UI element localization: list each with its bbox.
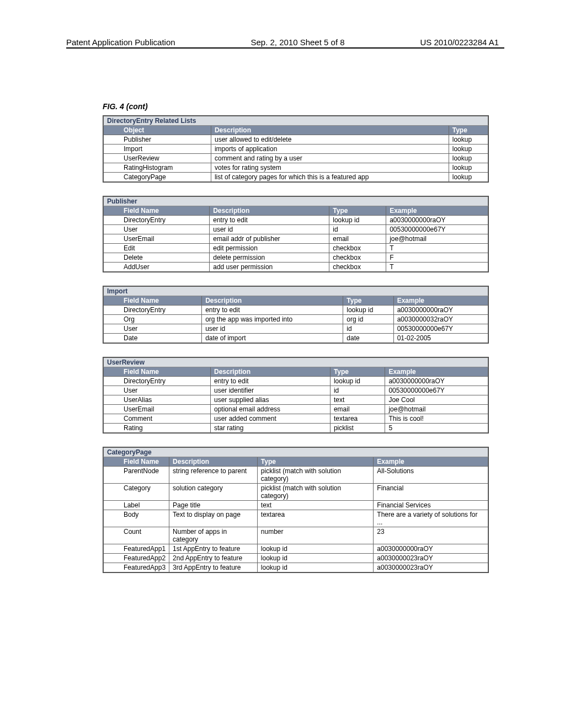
table-section: DirectoryEntry Related Lists [104, 116, 488, 126]
table-row: Datedate of importdate01-02-2005 [104, 334, 488, 343]
table-row: UserEmailemail addr of publisheremailjoe… [104, 234, 488, 244]
col-object: Object [104, 126, 211, 135]
table-directoryentry-related-lists: DirectoryEntry Related Lists Object Desc… [103, 115, 489, 183]
col-field-name: Field Name [104, 367, 211, 377]
table-row: Useruser idid00530000000e67Y [104, 225, 488, 234]
col-description: Description [210, 206, 329, 216]
table-row: FeaturedApp11st AppEntry to featurelooku… [104, 544, 488, 554]
table-section: Publisher [104, 197, 488, 206]
col-description: Description [211, 126, 449, 135]
col-field-name: Field Name [104, 296, 202, 306]
col-description: Description [211, 367, 331, 377]
table-categorypage: CategoryPage Field Name Description Type… [103, 447, 489, 573]
table-row: FeaturedApp22nd AppEntry to featurelooku… [104, 554, 488, 563]
table-row: DirectoryEntryentry to editlookup ida003… [104, 306, 488, 315]
figure-label: FIG. 4 (cont) [103, 102, 489, 111]
table-row: ParentNodestring reference to parentpick… [104, 467, 488, 484]
col-example: Example [393, 296, 488, 306]
page-header: Patent Application Publication Sep. 2, 2… [66, 38, 499, 47]
table-row: RatingHistogramvotes for rating systemlo… [104, 163, 488, 173]
table-row: BodyText to display on pagetextareaThere… [104, 510, 488, 527]
col-description: Description [202, 296, 343, 306]
table-row: Commentuser added commenttextareaThis is… [104, 414, 488, 424]
table-section: Import [104, 287, 488, 296]
table-row: DirectoryEntryentry to editlookup ida003… [104, 377, 488, 386]
col-example: Example [374, 457, 488, 467]
col-field-name: Field Name [104, 206, 210, 216]
col-type: Type [329, 206, 386, 216]
table-row: Categorysolution categorypicklist (match… [104, 484, 488, 501]
content: FIG. 4 (cont) DirectoryEntry Related Lis… [103, 102, 489, 573]
table-row: Useruser identifierid00530000000e67Y [104, 386, 488, 395]
header-center: Sep. 2, 2010 Sheet 5 of 8 [250, 38, 344, 47]
col-example: Example [385, 367, 488, 377]
table-section: UserReview [104, 358, 488, 367]
header-rule [66, 47, 504, 49]
table-row: FeaturedApp33rd AppEntry to featurelooku… [104, 563, 488, 572]
table-row: Importimports of applicationlookup [104, 144, 488, 154]
table-row: UserAliasuser supplied aliastextJoe Cool [104, 395, 488, 405]
table-row: Editedit permissioncheckboxT [104, 244, 488, 253]
table-row: LabelPage titletextFinancial Services [104, 501, 488, 510]
table-row: Ratingstar ratingpicklist5 [104, 424, 488, 433]
col-type: Type [330, 367, 385, 377]
table-row: Deletedelete permissioncheckboxF [104, 253, 488, 263]
col-type: Type [257, 457, 374, 467]
table-row: Publisheruser allowed to edit/deletelook… [104, 135, 488, 144]
table-row: Useruser idid00530000000e67Y [104, 324, 488, 334]
header-right: US 2010/0223284 A1 [420, 38, 499, 47]
table-row: CountNumber of apps in categorynumber23 [104, 527, 488, 544]
table-row: UserReviewcomment and rating by a userlo… [104, 154, 488, 163]
col-type: Type [343, 296, 393, 306]
table-userreview: UserReview Field Name Description Type E… [103, 357, 489, 433]
col-description: Description [169, 457, 258, 467]
table-row: DirectoryEntryentry to editlookup ida003… [104, 216, 488, 225]
table-row: Orgorg the app was imported intoorg ida0… [104, 315, 488, 324]
col-type: Type [449, 126, 488, 135]
col-example: Example [386, 206, 488, 216]
table-row: CategoryPagelist of category pages for w… [104, 173, 488, 182]
page: Patent Application Publication Sep. 2, 2… [0, 0, 565, 728]
col-field-name: Field Name [104, 457, 169, 467]
header-left: Patent Application Publication [66, 38, 175, 47]
table-row: UserEmailoptional email addressemailjoe@… [104, 405, 488, 414]
table-publisher: Publisher Field Name Description Type Ex… [103, 196, 489, 272]
table-import: Import Field Name Description Type Examp… [103, 286, 489, 344]
table-section: CategoryPage [104, 448, 488, 457]
table-row: AddUseradd user permissioncheckboxT [104, 263, 488, 272]
